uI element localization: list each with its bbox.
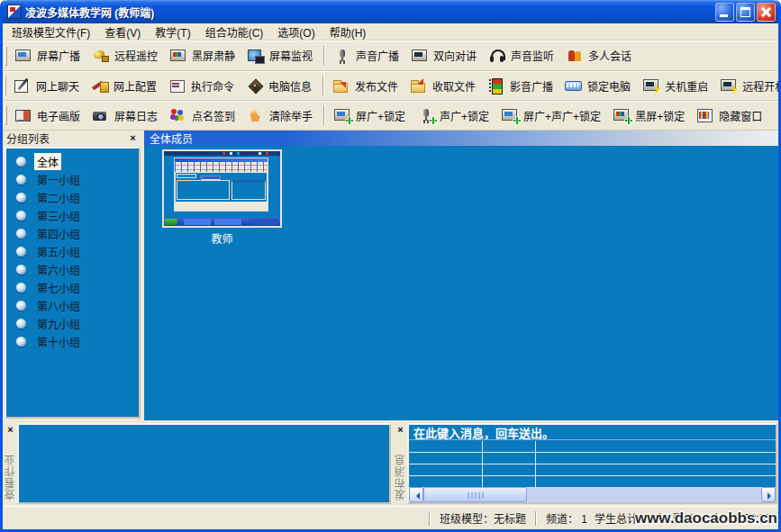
send-message-panel: × 发布消息 在此键入消息，回车送出。 — [394, 423, 777, 504]
clear-raised-hands-icon — [247, 108, 265, 122]
scroll-left-arrow-icon[interactable] — [409, 487, 423, 502]
online-config-button[interactable]: 网上配置 — [86, 76, 164, 96]
remote-poweron-button[interactable]: 远程开机 — [715, 76, 781, 96]
lock-computer-button[interactable]: 锁定电脑 — [560, 76, 638, 96]
toolbar-row-2: 网上聊天 网上配置 执行命令 电脑信息 发布文件 收取文件 影音广播 锁定电脑 … — [3, 71, 778, 101]
group-item-7[interactable]: 第七小组 — [6, 278, 139, 296]
screen-log-icon — [92, 108, 110, 122]
computer-info-icon — [246, 78, 264, 93]
thumb-taskbar-items — [184, 219, 211, 225]
group-item-9[interactable]: 第九小组 — [6, 314, 139, 332]
rollcall-signin-button[interactable]: 点名签到 — [165, 105, 242, 126]
voice-broadcast-button[interactable]: 声音广播 — [329, 45, 406, 66]
menu-view[interactable]: 查看(V) — [97, 23, 148, 41]
voicecast-lock-button[interactable]: 声广+锁定 — [413, 105, 496, 126]
two-way-intercom-button[interactable]: 双向对讲 — [406, 45, 484, 66]
group-item-all[interactable]: 全体 — [6, 152, 139, 170]
screen-voice-lock-button[interactable]: 屏广+声广+锁定 — [496, 105, 608, 126]
view-homework-panel: × 查看作业 — [4, 423, 391, 504]
hide-window-icon — [696, 108, 714, 122]
thumb-start-button — [165, 219, 177, 225]
group-item-6[interactable]: 第六小组 — [6, 260, 139, 278]
minimize-button[interactable] — [715, 3, 734, 22]
view-homework-content[interactable] — [17, 423, 391, 504]
two-way-intercom-icon — [411, 49, 429, 63]
group-ball-icon — [16, 229, 26, 239]
thumb-app-window — [174, 158, 268, 212]
shutdown-restart-icon — [642, 78, 660, 93]
group-ball-icon — [16, 175, 26, 185]
screen-voice-lock-icon — [501, 108, 519, 122]
group-list-close-icon[interactable]: × — [127, 132, 139, 144]
menu-combo[interactable]: 组合功能(C) — [198, 23, 271, 41]
blank-screen-button[interactable]: 黑屏肃静 — [165, 45, 242, 66]
shutdown-restart-button[interactable]: 关机重启 — [638, 76, 715, 96]
thumb-bottom-right-panel — [232, 180, 266, 200]
send-message-content: 在此键入消息，回车送出。 — [407, 423, 777, 504]
watermark-text: www.daocaobbs.cn — [635, 509, 777, 527]
group-item-4[interactable]: 第四小组 — [6, 224, 139, 242]
thumb-taskbar — [164, 218, 280, 226]
lock-computer-icon — [565, 78, 583, 93]
close-button[interactable] — [757, 3, 776, 22]
members-caption: 全体成员 — [144, 131, 778, 146]
group-item-10[interactable]: 第十小组 — [6, 332, 139, 350]
toolbar-separator — [322, 76, 324, 95]
remote-control-button[interactable]: 远程遥控 — [87, 45, 165, 66]
multi-conversation-button[interactable]: 多人会话 — [561, 45, 639, 66]
maximize-button[interactable] — [736, 3, 755, 22]
group-list-panel: 分组列表 × 全体 第一小组 第二小组 第三小组 第四小组 第五小组 第六小组 … — [3, 131, 144, 420]
computer-info-button[interactable]: 电脑信息 — [241, 76, 319, 96]
group-item-8[interactable]: 第八小组 — [6, 296, 139, 314]
screen-monitor-button[interactable]: 屏幕监视 — [242, 45, 320, 66]
voice-monitor-button[interactable]: 声音监听 — [484, 45, 561, 66]
send-message-close-icon[interactable]: × — [395, 424, 406, 436]
online-chat-button[interactable]: 网上聊天 — [9, 76, 86, 96]
collect-file-button[interactable]: 收取文件 — [405, 76, 483, 96]
group-item-5[interactable]: 第五小组 — [6, 242, 139, 260]
menu-file[interactable]: 班级模型文件(F) — [5, 23, 97, 41]
blankscreen-lock-button[interactable]: 黑屏+锁定 — [608, 105, 692, 126]
member-name-label: 教师 — [162, 230, 282, 246]
hide-window-button[interactable]: 隐藏窗口 — [692, 105, 769, 126]
view-homework-close-icon[interactable]: × — [5, 424, 16, 436]
menu-options[interactable]: 选项(O) — [270, 23, 322, 41]
message-input-prompt[interactable]: 在此键入消息，回车送出。 — [409, 425, 776, 440]
screen-broadcast-button[interactable]: 屏幕广播 — [10, 45, 87, 66]
group-item-2[interactable]: 第二小组 — [6, 188, 139, 206]
scrollbar-thumb[interactable] — [423, 487, 527, 502]
status-separator — [429, 511, 431, 526]
media-broadcast-icon — [487, 78, 505, 93]
blank-screen-icon — [169, 49, 187, 63]
e-whiteboard-button[interactable]: 电子画版 — [10, 105, 87, 126]
group-item-3[interactable]: 第三小组 — [6, 206, 139, 224]
screen-log-button[interactable]: 屏幕日志 — [87, 105, 165, 126]
screen-monitor-icon — [247, 49, 265, 63]
media-broadcast-button[interactable]: 影音广播 — [483, 76, 560, 96]
message-history-table[interactable] — [409, 441, 776, 487]
send-file-button[interactable]: 发布文件 — [328, 76, 405, 96]
execute-command-button[interactable]: 执行命令 — [164, 76, 241, 96]
teacher-screen-thumbnail[interactable] — [162, 149, 282, 228]
scroll-right-arrow-icon[interactable] — [761, 487, 776, 502]
members-panel: 全体成员 — [144, 131, 778, 420]
group-ball-icon — [16, 193, 26, 203]
multi-conversation-icon — [566, 49, 584, 63]
member-teacher[interactable]: 教师 — [162, 149, 282, 246]
group-ball-icon — [16, 211, 26, 221]
window-title: 凌波多媒体教学网 (教师端) — [25, 5, 715, 20]
menu-teach[interactable]: 教学(T) — [148, 23, 197, 41]
group-ball-icon — [16, 301, 26, 311]
clear-raised-hands-button[interactable]: 清除举手 — [242, 105, 320, 126]
voicecast-lock-icon — [417, 108, 435, 122]
online-chat-icon — [14, 78, 32, 93]
menu-help[interactable]: 帮助(H) — [322, 23, 374, 41]
toolbar-grip — [5, 76, 6, 95]
screencast-lock-button[interactable]: 屏广+锁定 — [329, 105, 413, 126]
thumb-workspace — [176, 173, 267, 202]
thumb-bottom-left-panel — [177, 180, 230, 200]
toolbar-row-3: 电子画版 屏幕日志 点名签到 清除举手 屏广+锁定 声广+锁定 屏广+声广+锁定… — [3, 101, 778, 131]
group-item-1[interactable]: 第一小组 — [6, 170, 139, 188]
rollcall-signin-icon — [169, 108, 187, 122]
collect-file-icon — [410, 78, 428, 93]
